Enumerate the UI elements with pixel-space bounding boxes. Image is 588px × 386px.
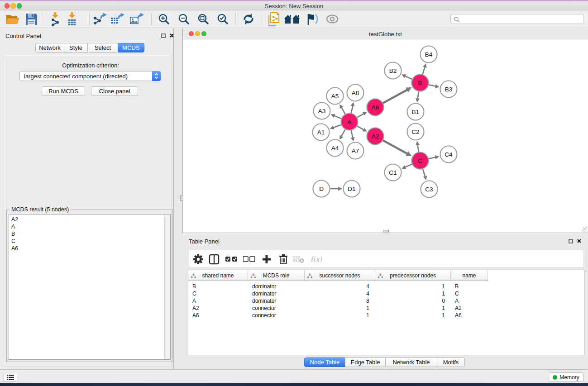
import-table-button[interactable] [64, 12, 80, 26]
edge-A2-C[interactable] [383, 140, 407, 153]
node-B1[interactable]: B1 [407, 104, 424, 120]
result-scrollbar[interactable] [164, 214, 170, 359]
table-row-B[interactable]: Bdominator41B [188, 283, 584, 290]
node-A7[interactable]: A7 [347, 143, 364, 159]
node-A8[interactable]: A8 [347, 85, 364, 101]
mcds-result-item[interactable]: A [9, 223, 170, 230]
node-A2[interactable]: A2 [367, 128, 384, 145]
horizontal-splitter-handle[interactable] [180, 195, 183, 201]
edge-A-A7[interactable] [351, 130, 353, 137]
add-column-button[interactable] [260, 250, 273, 268]
node-C4[interactable]: C4 [440, 146, 457, 163]
tab-motifs[interactable]: Motifs [437, 357, 465, 367]
column-header-shared-name[interactable]: shared name [188, 270, 248, 281]
node-A4[interactable]: A4 [327, 140, 344, 157]
criterion-dropdown[interactable]: largest connected component (directed) [19, 71, 161, 81]
tab-edge-table[interactable]: Edge Table [345, 357, 386, 367]
refresh-button[interactable] [240, 12, 257, 26]
window-titlebar[interactable]: Session: New Session [0, 1, 588, 10]
edge-C-C1[interactable] [406, 164, 412, 167]
node-B2[interactable]: B2 [385, 62, 402, 79]
node-D[interactable]: D [313, 181, 330, 197]
edge-B-B1[interactable] [418, 91, 419, 98]
mcds-result-item[interactable]: A6 [9, 245, 170, 252]
node-D1[interactable]: D1 [344, 181, 360, 197]
network-canvas[interactable]: AA1A2A3A4A5A6A7A8BB1B2B3B4CC1C2C3C4DD1 [183, 39, 588, 233]
edge-B-B3[interactable] [429, 85, 435, 86]
hide-panel-eye-button[interactable] [324, 12, 340, 26]
zoom-selected-button[interactable] [215, 12, 231, 26]
zoom-in-button[interactable] [156, 12, 172, 26]
save-session-button[interactable] [23, 12, 39, 26]
node-C3[interactable]: C3 [421, 181, 438, 198]
node-B3[interactable]: B3 [440, 81, 457, 98]
select-all-checkboxes-button[interactable] [225, 250, 239, 268]
edge-A-A8[interactable] [351, 106, 353, 113]
mcds-result-item[interactable]: B [9, 230, 170, 238]
mcds-result-item[interactable]: C [9, 238, 170, 245]
mcds-result-item[interactable]: A2 [9, 216, 170, 223]
table-row-A6[interactable]: A6connector11A6 [188, 312, 584, 319]
edge-B-B2[interactable] [405, 76, 412, 79]
window-resize-grip[interactable] [582, 227, 588, 232]
close-table-panel-icon[interactable] [577, 238, 582, 243]
node-C2[interactable]: C2 [407, 124, 424, 140]
edge-A-A1[interactable] [334, 125, 341, 128]
first-neighbors-button[interactable] [284, 12, 301, 26]
column-header-MCDS-role[interactable]: MCDS role [248, 270, 305, 281]
table-row-A2[interactable]: A2connector11A2 [188, 305, 584, 312]
column-header-name[interactable]: name [451, 270, 488, 281]
edge-C-C3[interactable] [423, 169, 425, 176]
edge-A-A6[interactable] [357, 114, 363, 118]
show-graphics-details-button[interactable] [304, 12, 320, 26]
search-box[interactable] [450, 14, 584, 24]
edge-B-B4[interactable] [423, 67, 425, 75]
export-image-button[interactable] [129, 12, 145, 26]
node-C1[interactable]: C1 [385, 164, 402, 181]
node-B[interactable]: B [412, 75, 429, 91]
close-panel-icon[interactable] [169, 33, 174, 38]
edge-A-A4[interactable] [341, 129, 345, 136]
node-B4[interactable]: B4 [421, 46, 437, 63]
tab-network-table[interactable]: Network Table [385, 357, 437, 367]
column-visibility-button[interactable] [207, 250, 221, 268]
node-A3[interactable]: A3 [314, 103, 330, 119]
edge-A-A2[interactable] [357, 126, 363, 130]
close-panel-button[interactable]: Close panel [91, 86, 138, 96]
task-history-button[interactable] [4, 373, 17, 382]
zoom-fit-button[interactable] [195, 12, 211, 26]
float-panel-icon[interactable] [161, 33, 166, 38]
node-A1[interactable]: A1 [313, 124, 330, 141]
edge-A-A5[interactable] [342, 108, 345, 114]
tab-network[interactable]: Network [35, 43, 64, 52]
tab-mcds[interactable]: MCDS [118, 43, 144, 52]
edge-A-A3[interactable] [335, 116, 341, 119]
new-network-from-selection-button[interactable] [266, 12, 282, 26]
column-header-successor-nodes[interactable]: successor nodes [305, 270, 375, 281]
node-A5[interactable]: A5 [327, 88, 344, 105]
search-input[interactable] [462, 15, 579, 23]
deselect-all-checkboxes-button[interactable] [243, 250, 256, 268]
node-A[interactable]: A [341, 114, 358, 130]
node-C[interactable]: C [412, 152, 429, 169]
edge-C-C4[interactable] [429, 157, 435, 159]
export-table-button[interactable] [110, 12, 126, 26]
float-table-panel-icon[interactable] [569, 239, 573, 243]
edge-A6-B[interactable] [383, 90, 407, 103]
tab-select[interactable]: Select [87, 43, 118, 52]
vertical-splitter-handle[interactable] [383, 230, 389, 233]
edge-C-C2[interactable] [418, 145, 419, 152]
export-network-button[interactable] [92, 12, 108, 26]
zoom-out-button[interactable] [176, 12, 192, 26]
memory-button[interactable]: Memory [549, 372, 583, 382]
network-window-titlebar[interactable]: testGlobe.txt [183, 29, 588, 39]
run-mcds-button[interactable]: Run MCDS [42, 86, 85, 96]
import-network-button[interactable] [47, 12, 63, 26]
open-file-button[interactable] [5, 12, 21, 26]
column-header-predecessor-nodes[interactable]: predecessor nodes [375, 270, 451, 281]
table-row-A[interactable]: Adominator80A [188, 297, 584, 305]
tab-node-table[interactable]: Node Table [304, 357, 345, 367]
delete-column-button[interactable] [277, 250, 290, 268]
tab-style[interactable]: Style [64, 43, 88, 52]
node-A6[interactable]: A6 [367, 99, 384, 116]
